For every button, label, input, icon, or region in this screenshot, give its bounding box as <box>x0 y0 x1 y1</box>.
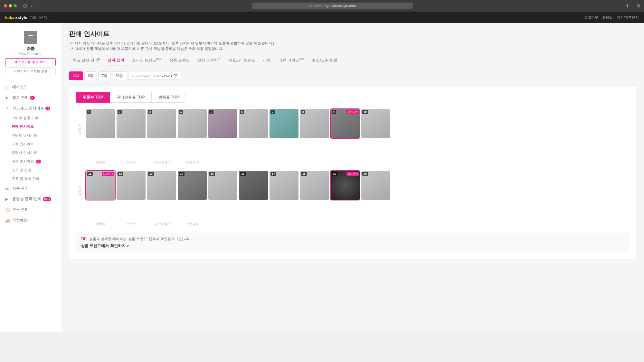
product-rev-5 <box>208 153 237 158</box>
products-row-2: 한대일 11 광고주인 <box>76 171 630 226</box>
video-icon: ▶ <box>5 197 10 202</box>
rank-range-label-2: 한대일 <box>77 184 82 193</box>
mystore-profile-button[interactable]: 마이스토어 프로필 생성 <box>5 67 56 75</box>
product-card-14[interactable]: 14 <box>178 171 207 220</box>
rank-badge-4: 4 <box>179 110 183 114</box>
ads-icon: ◈ <box>5 95 10 100</box>
product-rev-14 <box>178 215 207 220</box>
sidebar-item-orders[interactable]: 📋 주문 관리 › <box>0 204 61 215</box>
product-name-6 <box>239 140 268 144</box>
tab-new-item[interactable]: 신상 경쟁력N <box>194 55 223 66</box>
product-thumb-4: 4 <box>178 109 207 138</box>
tip-section: TIP 상품의 상세한 데이터는 '상품 트렌드' 탭에서 확인할 수 있습니다… <box>76 233 630 253</box>
sub-tab-conversion-top[interactable]: 구매전환율 TOP <box>110 92 152 103</box>
product-card-8[interactable]: 8 <box>300 109 329 158</box>
product-card-7[interactable]: 7 <box>270 109 298 158</box>
sidebar-item-ads[interactable]: ◈ 광고 관리 N › <box>0 92 61 103</box>
tab-review[interactable]: 리뷰 <box>259 55 275 66</box>
col-label-conv-1: 구매전환율 ⓘ <box>147 160 176 164</box>
new-tab-icon[interactable]: + <box>632 3 634 9</box>
close-button[interactable] <box>4 4 7 7</box>
help-link[interactable]: 도움말 <box>602 15 613 20</box>
date-range-picker[interactable]: 2023-08-23 ~ 2023-08-23 📅 <box>128 72 181 80</box>
maximize-button[interactable] <box>14 4 17 7</box>
sidebar-item-video[interactable]: ▶ 동영상 등록/관리 Beta › <box>0 194 61 204</box>
tab-product-trend[interactable]: 상품 트렌드 <box>166 55 194 66</box>
product-orders-19 <box>331 206 360 211</box>
product-thumb-7: 7 <box>270 109 298 138</box>
product-card-1[interactable]: 1 <box>86 109 115 158</box>
date-btn-yesterday[interactable]: 어제 <box>69 71 83 80</box>
sidebar-item-sales[interactable]: 판매 인사이트 <box>0 122 61 131</box>
product-card-3[interactable]: 3 <box>147 109 176 158</box>
back-button[interactable]: ‹ <box>30 3 34 8</box>
chevron-down-icon: › <box>55 218 56 222</box>
product-name-18 <box>300 201 329 206</box>
sidebar-item-coupon[interactable]: 쿠폰 인사이트 N <box>0 157 61 166</box>
sidebar-item-starter[interactable]: 스타터 성장 가이드 <box>0 114 61 122</box>
product-orders-10 <box>361 144 390 149</box>
sidebar-item-customer[interactable]: 고객 인사이트 <box>0 140 61 148</box>
duplicate-icon[interactable]: ⧉ <box>637 3 640 9</box>
tab-realtime[interactable]: 실시간 트렌드Beta <box>128 55 166 66</box>
product-rev-11 <box>86 215 115 220</box>
logout-link[interactable]: 로그아웃 <box>584 15 598 20</box>
chevron-down-icon: › <box>55 107 56 110</box>
sidebar-profile: ☰ 라룸 www.la-room.kr ■ 스토어를 링크 복사 마이스토어 프… <box>0 28 61 79</box>
tab-category[interactable]: 카테고리 트렌드 <box>223 55 259 66</box>
tab-goal[interactable]: 목표 달성 관리N <box>69 55 104 66</box>
sidebar-item-recommend[interactable]: 소개 및 선정 <box>0 166 61 174</box>
date-btn-3day[interactable]: 3일 <box>84 71 97 80</box>
date-btn-30day[interactable]: 30일 <box>112 71 127 80</box>
product-conv-14 <box>178 211 207 215</box>
product-name-7 <box>270 140 298 144</box>
tab-review-kw[interactable]: 리뷰 키워드Beta <box>275 55 308 66</box>
product-card-5[interactable]: 5 <box>208 109 237 158</box>
rank-badge-20: 20 <box>362 172 368 176</box>
share-icon[interactable]: ⬆ <box>625 3 629 9</box>
date-btn-7day[interactable]: 7일 <box>98 71 111 80</box>
store-link-copy-button[interactable]: ■ 스토어를 링크 복사 <box>5 58 56 66</box>
product-card-2[interactable]: 2 <box>117 109 146 158</box>
product-card-10[interactable]: 10 <box>361 109 390 158</box>
sidebar-item-competitor[interactable]: 경쟁사 인사이트 <box>0 148 61 157</box>
sub-tab-orders-top[interactable]: 주문수 TOP <box>76 92 110 103</box>
tab-icon[interactable]: ⊞ <box>22 3 28 8</box>
sidebar-item-keyword[interactable]: 키워드 인사이트 <box>0 131 61 140</box>
sub-tab-return-top[interactable]: 반품율 TOP <box>152 92 186 103</box>
tip-link[interactable]: 상품 트렌드에서 확인하기 > <box>81 244 129 248</box>
new-badge-9: 광고주인 <box>346 110 359 114</box>
forward-button[interactable]: › <box>35 3 39 8</box>
sidebar-item-products[interactable]: ☰ 상품 관리 › <box>0 183 61 194</box>
tab-cancel[interactable]: 취소/교환/반품 <box>308 55 341 66</box>
rank-badge-2: 2 <box>118 110 122 114</box>
sidebar-item-shipping[interactable]: 🚚 직접배송 › <box>0 215 61 226</box>
shipping-icon: 🚚 <box>5 218 10 223</box>
product-card-6[interactable]: 6 <box>239 109 268 158</box>
product-card-9[interactable]: 9 광고주인 <box>331 109 360 158</box>
tab-summary[interactable]: 성과 요약 <box>104 55 128 66</box>
rank-badge-14: 14 <box>179 172 185 176</box>
product-card-11[interactable]: 11 광고주인 <box>86 171 115 220</box>
product-conv-4 <box>178 149 207 153</box>
sidebar-item-dashboard[interactable]: ⌂ 대시보드 <box>0 82 61 92</box>
sidebar-item-label: 직접배송 <box>12 218 28 223</box>
product-card-18[interactable]: 18 <box>300 171 329 220</box>
tip-description: 상품의 상세한 데이터는 '상품 트렌드' 탭에서 확인할 수 있습니다. <box>89 237 192 241</box>
product-card-15[interactable]: 15 <box>208 171 237 220</box>
prev-next-link[interactable]: 직전/이후전지 <box>617 15 639 20</box>
product-card-12[interactable]: 12 <box>117 171 146 220</box>
address-bar[interactable]: partnerlounge.kakaostyle.com <box>252 3 413 9</box>
sidebar-item-zigzag[interactable]: ↗ 지그재그 인사이트 N › <box>0 103 61 114</box>
product-card-20[interactable]: 20 <box>361 171 390 220</box>
product-card-13[interactable]: 13 <box>147 171 176 220</box>
minimize-button[interactable] <box>9 4 12 7</box>
product-card-19[interactable]: 19 광고주인 <box>331 171 360 220</box>
product-card-17[interactable]: 17 <box>270 171 298 220</box>
sidebar-item-subscription[interactable]: 구독 및 결제 관리 <box>0 174 61 183</box>
product-card-16[interactable]: 16 <box>239 171 268 220</box>
page-notice-1: 어제자 최신 데이터는 오후 12시에 업데이트 됩니다. (오전 0시~ 오후… <box>69 41 636 46</box>
product-card-4[interactable]: 4 <box>178 109 207 158</box>
product-orders-15 <box>208 206 237 211</box>
zigzag-icon: ↗ <box>5 106 10 111</box>
